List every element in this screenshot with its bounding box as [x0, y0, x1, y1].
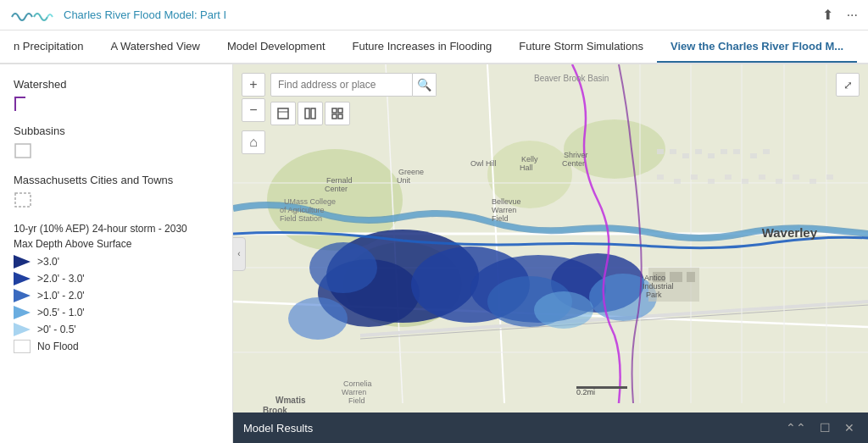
cities-label: Massachusetts Cities and Towns — [14, 174, 219, 186]
svg-text:Greene: Greene — [398, 168, 424, 176]
split-icon — [303, 107, 317, 120]
watershed-icon — [14, 96, 32, 113]
svg-point-7 — [564, 119, 665, 179]
split-view-button[interactable] — [298, 102, 323, 125]
svg-text:Field Station: Field Station — [280, 214, 322, 223]
svg-text:UMass College: UMass College — [284, 197, 336, 206]
svg-text:Kelly: Kelly — [521, 155, 538, 163]
depth-item-3: >1.0' - 2.0' — [14, 289, 219, 302]
collapse-results-button[interactable]: ⌃⌃ — [782, 419, 810, 436]
depth-item-4: >0.5' - 1.0' — [14, 306, 219, 319]
svg-text:Hall: Hall — [520, 163, 533, 172]
svg-text:Center: Center — [325, 185, 348, 193]
depth-label-5: >0' - 0.5' — [37, 324, 76, 335]
depth-swatch-4 — [14, 306, 31, 319]
depth-swatch-1 — [14, 255, 31, 269]
nav-bar: n Precipitation A Watershed View Model D… — [0, 30, 868, 64]
svg-rect-83 — [278, 108, 288, 119]
watershed-label: Watershed — [14, 78, 219, 91]
depth-label-2: >2.0' - 3.0' — [37, 273, 85, 285]
nav-item-future-increases[interactable]: Future Increases in Flooding — [339, 31, 506, 64]
svg-text:of Agriculture: of Agriculture — [280, 206, 325, 214]
nav-item-view-charles[interactable]: View the Charles River Flood M... — [657, 31, 857, 64]
svg-text:Cornelia: Cornelia — [343, 379, 372, 388]
top-bar: Charles River Flood Model: Part I ⬆ ··· — [0, 0, 868, 30]
nav-item-future-storm[interactable]: Future Storm Simulations — [505, 31, 657, 64]
layers-icon — [276, 107, 290, 120]
home-button[interactable]: ⌂ — [242, 130, 265, 154]
svg-point-31 — [534, 291, 593, 329]
svg-rect-48 — [776, 179, 782, 184]
svg-rect-85 — [305, 108, 309, 119]
grid-view-button[interactable] — [325, 102, 350, 125]
depth-swatch-5 — [14, 323, 31, 336]
depth-label-4: >0.5' - 1.0' — [37, 307, 85, 318]
map-controls: + − ⌂ — [242, 73, 265, 154]
svg-rect-2 — [15, 193, 31, 207]
map-container[interactable]: 0.2mi Beaver Brook Basin UMass College o… — [233, 64, 868, 443]
svg-text:Beaver Brook Basin: Beaver Brook Basin — [534, 74, 609, 83]
svg-text:Bellevue: Bellevue — [492, 197, 521, 206]
svg-rect-46 — [742, 179, 748, 184]
nav-item-precipitation[interactable]: n Precipitation — [0, 31, 97, 64]
svg-point-29 — [288, 297, 348, 340]
zoom-out-button[interactable]: − — [242, 98, 265, 122]
share-icon[interactable]: ⬆ — [822, 7, 833, 23]
main-content: Watershed Subbasins Massachusetts Cities… — [0, 64, 868, 443]
search-box: 🔍 — [270, 73, 437, 97]
svg-rect-51 — [826, 174, 833, 180]
logo-svg — [10, 5, 57, 25]
model-results-label: Model Results — [243, 422, 776, 435]
search-input[interactable] — [270, 73, 413, 97]
svg-rect-54 — [670, 272, 682, 282]
svg-text:0.2mi: 0.2mi — [576, 388, 595, 396]
depth-item-5: >0' - 0.5' — [14, 323, 219, 336]
svg-rect-38 — [733, 149, 740, 154]
svg-text:Wmatis: Wmatis — [275, 396, 306, 405]
svg-rect-43 — [691, 174, 698, 180]
svg-text:Park: Park — [646, 291, 662, 299]
svg-rect-49 — [793, 174, 799, 180]
subbasins-label: Subbasins — [14, 125, 219, 137]
svg-rect-45 — [725, 174, 732, 180]
svg-rect-1 — [15, 144, 31, 158]
svg-text:Field: Field — [492, 214, 509, 223]
more-options-icon[interactable]: ··· — [847, 8, 858, 23]
zoom-in-button[interactable]: + — [242, 73, 265, 97]
layers-view-button[interactable] — [270, 102, 296, 125]
depth-item-nf: No Flood — [14, 340, 219, 353]
depth-swatch-2 — [14, 272, 31, 285]
svg-rect-40 — [763, 149, 770, 154]
svg-rect-41 — [657, 174, 664, 180]
model-results-bar: Model Results ⌃⌃ ☐ ✕ — [233, 413, 868, 443]
depth-item-1: >3.0' — [14, 255, 219, 269]
top-bar-left: Charles River Flood Model: Part I — [10, 5, 226, 25]
collapse-sidebar-button[interactable]: ‹ — [233, 237, 246, 271]
svg-rect-89 — [332, 114, 337, 119]
svg-rect-47 — [759, 174, 765, 180]
svg-rect-44 — [708, 179, 715, 184]
close-results-button[interactable]: ✕ — [841, 419, 858, 436]
svg-text:Warren: Warren — [492, 206, 516, 214]
subbasins-icon — [14, 142, 32, 159]
top-bar-right: ⬆ ··· — [822, 7, 858, 23]
storm-label: 10-yr (10% AEP) 24-hour storm - 2030 — [14, 223, 219, 235]
depth-swatch-3 — [14, 289, 31, 302]
logo-area — [10, 5, 57, 25]
storm-legend: 10-yr (10% AEP) 24-hour storm - 2030 Max… — [14, 223, 219, 353]
depth-title: Max Depth Above Surface — [14, 238, 219, 250]
window-results-button[interactable]: ☐ — [816, 419, 834, 436]
nav-item-model-dev[interactable]: Model Development — [214, 31, 339, 64]
svg-rect-86 — [311, 108, 315, 119]
expand-map-button[interactable]: ⤢ — [836, 73, 860, 97]
nav-item-faq[interactable]: FAQ — [857, 31, 868, 64]
search-button[interactable]: 🔍 — [413, 73, 437, 97]
svg-rect-42 — [674, 179, 681, 184]
svg-point-27 — [309, 242, 377, 293]
nav-item-watershed[interactable]: A Watershed View — [97, 31, 214, 64]
svg-rect-55 — [687, 272, 695, 282]
svg-rect-35 — [695, 149, 702, 154]
svg-rect-34 — [682, 153, 689, 158]
svg-text:Fernald: Fernald — [326, 176, 353, 185]
grid-icon — [331, 107, 344, 120]
